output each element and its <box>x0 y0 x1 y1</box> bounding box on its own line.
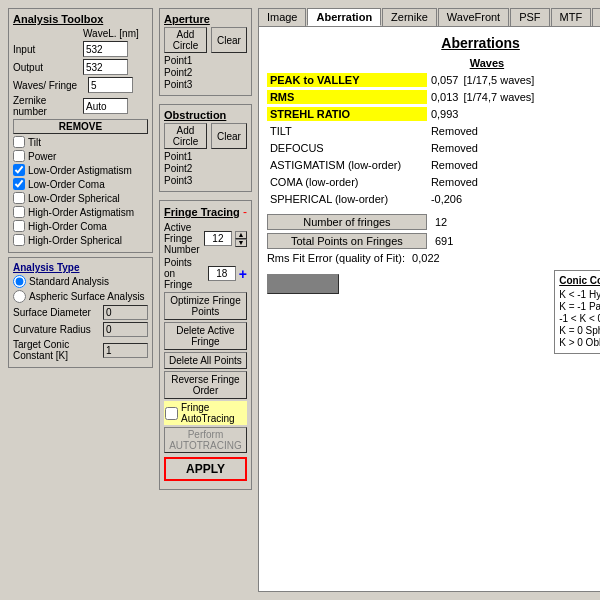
high-astig-checkbox[interactable] <box>13 206 25 218</box>
power-row: Power <box>13 150 148 162</box>
row-name-rms: RMS <box>267 90 427 104</box>
tab-bar: Image Aberration Zernike WaveFront PSF M… <box>258 8 600 26</box>
conic-box: Conic Constant (K) range K < -1 Hyperbol… <box>554 270 600 354</box>
input-row: Input <box>13 41 148 57</box>
right-panel: Image Aberration Zernike WaveFront PSF M… <box>258 8 600 592</box>
surface-diam-field[interactable] <box>103 305 148 320</box>
waves-col-header: Waves <box>427 57 547 69</box>
points-fringe-row: Points on Fringe + <box>164 257 247 290</box>
conic-row-0: K < -1 Hyperbola <box>559 289 600 300</box>
row-name-spher: SPHERICAL (low-order) <box>267 192 427 206</box>
left-panel: Analysis Toolbox WaveL. [nm] Input Outpu… <box>8 8 153 592</box>
zernike-field[interactable] <box>83 98 128 114</box>
surface-diam-row: Surface Diameter <box>13 305 148 320</box>
low-astig-checkbox[interactable] <box>13 164 25 176</box>
ptv-range: [1/17,5 waves] <box>464 74 535 86</box>
high-coma-label: High-Order Coma <box>28 221 107 232</box>
tab-psf[interactable]: PSF <box>510 8 549 26</box>
toolbox-title: Analysis Toolbox <box>13 13 148 25</box>
nm-col-header: NanoMeters <box>547 57 600 69</box>
total-points-value: 691 <box>427 235 453 247</box>
fringe-minus-icon[interactable]: - <box>243 205 247 219</box>
middle-panel: Aperture Add Circle Clear Point1 Point2 … <box>159 8 252 592</box>
aperture-add-circle-button[interactable]: Add Circle <box>164 27 207 53</box>
rms-nm: 7,1 nm. <box>547 91 600 103</box>
total-points-row: Total Points on Fringes 691 <box>267 233 600 249</box>
output-field[interactable] <box>83 59 128 75</box>
apply-button[interactable]: APPLY <box>164 457 247 481</box>
main-window: Analysis Toolbox WaveL. [nm] Input Outpu… <box>0 0 600 600</box>
low-spher-checkbox[interactable] <box>13 192 25 204</box>
autotracing-row: Fringe AutoTracing <box>164 401 247 425</box>
obstruction-point3: Point3 <box>164 175 247 186</box>
autotracing-label: Fringe AutoTracing <box>181 402 246 424</box>
points-plus-icon[interactable]: + <box>239 266 247 282</box>
table-row: TILT Removed <box>267 124 600 138</box>
waves-field[interactable] <box>88 77 133 93</box>
input-field[interactable] <box>83 41 128 57</box>
high-spher-row: High-Order Spherical <box>13 234 148 246</box>
autotracing-checkbox[interactable] <box>165 407 178 420</box>
tab-zernike[interactable]: Zernike <box>382 8 437 26</box>
tilt-label: Tilt <box>28 137 41 148</box>
rms-fit-row: Rms Fit Error (quality of Fit): 0,022 <box>267 252 600 264</box>
high-spher-checkbox[interactable] <box>13 234 25 246</box>
fringe-up-button[interactable]: ▲ <box>235 231 247 239</box>
perform-button[interactable]: Perform AUTOTRACING <box>164 427 247 453</box>
delete-active-button[interactable]: Delete Active Fringe <box>164 322 247 350</box>
tilt-checkbox[interactable] <box>13 136 25 148</box>
aspheric-label: Aspheric Surface Analysis <box>29 291 145 302</box>
aperture-clear-button[interactable]: Clear <box>211 27 247 53</box>
power-checkbox[interactable] <box>13 150 25 162</box>
ptv-highlight: PEAK to VALLEY <box>267 73 427 87</box>
tab-image[interactable]: Image <box>258 8 307 26</box>
aspheric-radio[interactable] <box>13 290 26 303</box>
fringe-tracing-group: Fringe Tracing - Active Fringe Number ▲ … <box>159 200 252 490</box>
aperture-group: Aperture Add Circle Clear Point1 Point2 … <box>159 8 252 96</box>
rms-label: RMS <box>270 91 294 103</box>
aperture-point1: Point1 <box>164 55 247 66</box>
high-astig-label: High-Order Astigmatism <box>28 207 134 218</box>
row-name-defocus: DEFOCUS <box>267 141 427 155</box>
row-name-strehl: STREHL RATIO <box>267 107 427 121</box>
low-coma-label: Low-Order Coma <box>28 179 105 190</box>
table-row: STREHL RATIO 0,993 <box>267 107 600 121</box>
tab-aberration[interactable]: Aberration <box>307 8 381 26</box>
active-fringe-row: Active Fringe Number ▲ ▼ <box>164 222 247 255</box>
remove-button[interactable]: REMOVE <box>13 119 148 134</box>
obstruction-clear-button[interactable]: Clear <box>211 123 247 149</box>
curv-radius-field[interactable] <box>103 322 148 337</box>
points-fringe-field[interactable] <box>208 266 236 281</box>
tilt-row: Tilt <box>13 136 148 148</box>
spher-value: -0,206 <box>427 193 547 205</box>
active-fringe-field[interactable] <box>204 231 232 246</box>
low-coma-checkbox[interactable] <box>13 178 25 190</box>
num-fringes-row: Number of fringes 12 <box>267 214 600 230</box>
spher-nm: -109,3 nm. <box>547 193 600 205</box>
target-conic-field[interactable] <box>103 343 148 358</box>
tab-wavefront[interactable]: WaveFront <box>438 8 509 26</box>
delete-all-button[interactable]: Delete All Points <box>164 352 247 369</box>
obstruction-add-circle-button[interactable]: Add Circle <box>164 123 207 149</box>
rms-value: 0,013 [1/74,7 waves] <box>427 91 547 103</box>
optimize-button[interactable]: Optimize Fringe Points <box>164 292 247 320</box>
aperture-point2: Point2 <box>164 67 247 78</box>
num-fringes-value: 12 <box>427 216 447 228</box>
defocus-removed: Removed <box>427 142 478 154</box>
standard-radio[interactable] <box>13 275 26 288</box>
high-coma-checkbox[interactable] <box>13 220 25 232</box>
strehl-label: STREHL RATIO <box>270 108 350 120</box>
strehl-value: 0,993 <box>427 108 547 120</box>
conic-section: Conic Constant (K) range K < -1 Hyperbol… <box>549 270 600 354</box>
obstruction-point1: Point1 <box>164 151 247 162</box>
ptv-nm: 30,4 nm. <box>547 74 600 86</box>
reverse-order-button[interactable]: Reverse Fringe Order <box>164 371 247 399</box>
conic-row-1: K = -1 Parabola <box>559 301 600 312</box>
cola-button[interactable]: COLA <box>267 274 339 294</box>
tab-mtf[interactable]: MTF <box>551 8 592 26</box>
fringe-down-button[interactable]: ▼ <box>235 239 247 247</box>
tab-synthetic[interactable]: Synthetic <box>592 8 600 26</box>
stats-section: Number of fringes 12 Total Points on Fri… <box>267 214 600 264</box>
name-col-header <box>267 57 427 69</box>
analysis-type-group: Analysis Type Standard Analysis Aspheric… <box>8 257 153 368</box>
